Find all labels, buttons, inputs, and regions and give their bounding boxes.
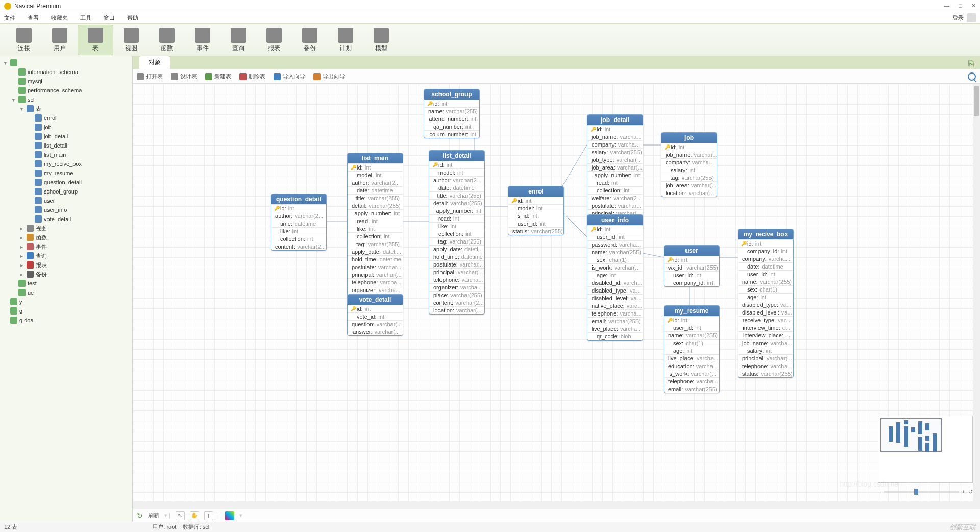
field-row[interactable]: 🔑id:int [664,316,719,324]
subtool-新建表[interactable]: 新建表 [205,72,231,80]
toolbar-计划[interactable]: 计划 [328,25,363,55]
tree-item-mysql[interactable]: mysql [0,77,132,86]
field-row[interactable]: hold_time:datetime [348,255,403,263]
toolbar-报表[interactable]: 报表 [256,25,292,55]
avatar-icon[interactable] [967,13,976,22]
horizontal-scrollbar[interactable] [133,501,973,509]
field-row[interactable]: company:varcha... [738,255,793,262]
tree-item-查询[interactable]: ▸查询 [0,251,132,260]
field-row[interactable]: age:int [738,293,793,301]
tree-item-information_schema[interactable]: information_schema [0,67,132,77]
entity-header[interactable]: school_group [424,89,479,100]
field-row[interactable]: status:varchar(255) [738,370,793,377]
menu-1[interactable]: 查看 [28,14,39,22]
tree-item-g   doa[interactable]: g doa [0,316,132,325]
field-row[interactable]: collection:int [429,230,484,237]
field-row[interactable]: qa_number:int [424,123,479,130]
entity-header[interactable]: vote_detail [348,295,403,305]
field-row[interactable]: job_area:varchar(... [587,163,643,171]
zoom-out-button[interactable]: − [878,489,881,495]
search-icon[interactable] [968,72,976,81]
field-row[interactable]: hold_time:datetime [429,253,484,260]
entity-enrol[interactable]: enrol🔑id:intmodel:ints_id:intuser_id:int… [508,186,564,235]
field-row[interactable]: 🔑id:int [429,161,484,168]
field-row[interactable]: principal:varchar(... [738,354,793,362]
entity-header[interactable]: user_info [587,215,643,225]
field-row[interactable]: is_work:varchar(... [664,370,719,377]
field-row[interactable]: apply_date:dateti... [429,245,484,253]
field-row[interactable]: tag:varchar(255) [662,174,717,181]
entity-list_detail[interactable]: list_detail🔑id:intmodel:intauthor:varcha… [429,150,485,315]
field-row[interactable]: content:varchar(2... [429,299,484,306]
entity-header[interactable]: my_resume [664,306,719,316]
zoom-in-button[interactable]: + [962,489,965,495]
field-row[interactable]: disabled_type:va... [738,301,793,308]
field-row[interactable]: postulate:varchar... [587,202,643,209]
field-row[interactable]: is_work:varchar(... [587,263,643,271]
field-row[interactable]: attend_number:int [424,115,479,123]
vertical-scrollbar[interactable] [973,84,980,509]
tree-item-函数[interactable]: ▸函数 [0,233,132,242]
menu-3[interactable]: 工具 [80,14,91,22]
menu-5[interactable]: 帮助 [127,14,138,22]
field-row[interactable]: title:varchar(255) [429,191,484,199]
field-row[interactable]: user_id:int [738,270,793,278]
color-picker-icon[interactable] [225,511,234,520]
field-row[interactable]: apply_number:int [587,171,643,179]
entity-my_resume[interactable]: my_resume🔑id:intuser_id:intname:varchar(… [664,305,720,393]
field-row[interactable]: name:varchar(255) [738,278,793,285]
field-row[interactable]: email:varchar(255) [664,385,719,393]
field-row[interactable]: telephone:varcha... [348,278,403,286]
tree-item-备份[interactable]: ▸备份 [0,270,132,279]
minimize-button[interactable]: — [944,3,949,9]
field-row[interactable]: postulate:varchar... [348,263,403,271]
field-row[interactable]: company:varcha... [587,140,643,148]
field-row[interactable]: receive_type:var... [738,316,793,324]
subtool-打开表[interactable]: 打开表 [137,72,163,80]
zoom-reset-button[interactable]: ↺ [968,489,973,495]
entity-header[interactable]: question_detail [271,194,326,204]
field-row[interactable]: user_id:int [664,271,719,279]
field-row[interactable]: 🔑id:int [664,256,719,263]
toolbar-表[interactable]: 表 [78,25,113,55]
entity-header[interactable]: list_main [348,153,403,163]
field-row[interactable]: like:int [271,227,326,235]
field-row[interactable]: salary:int [738,347,793,354]
field-row[interactable]: job_area:varchar(... [662,181,717,189]
field-row[interactable]: apply_date:dateti... [348,248,403,255]
tool-text-icon[interactable]: T [204,511,213,520]
field-row[interactable]: live_place:varcha... [664,354,719,362]
field-row[interactable]: s_id:int [508,212,564,220]
entity-header[interactable]: job [662,133,717,143]
field-row[interactable]: wx_id:varchar(255) [664,263,719,271]
field-row[interactable]: author:varchar(2... [271,212,326,220]
field-row[interactable]: job_name:varcha... [587,133,643,140]
tree-item-list_main[interactable]: list_main [0,150,132,159]
field-row[interactable]: telephone:varcha... [587,309,643,317]
tool-hand-icon[interactable]: ✋ [190,511,199,520]
tree-item-表[interactable]: ▾表 [0,104,132,113]
expand-icon[interactable]: ▾ [10,97,16,103]
field-row[interactable]: model:int [429,168,484,176]
field-row[interactable]: model:int [508,204,564,212]
entity-job[interactable]: job🔑id:intjob_name:varchar...company:var… [661,132,717,197]
field-row[interactable]: answer:varchar(... [348,328,403,335]
field-row[interactable]: name:varchar(255) [664,331,719,339]
field-row[interactable]: apply_number:int [429,207,484,214]
toolbar-函数[interactable]: 函数 [149,25,185,55]
tool-cursor-icon[interactable]: ↖ [176,511,185,520]
field-row[interactable]: salary:varchar(255) [587,148,643,156]
refresh-icon[interactable]: ↻ [137,512,143,520]
tree-item-vote_detail[interactable]: vote_detail [0,214,132,224]
field-row[interactable]: like:int [348,225,403,232]
tree-item-y[interactable]: y [0,297,132,306]
menu-0[interactable]: 文件 [4,14,15,22]
field-row[interactable]: 🔑id:int [348,163,403,171]
field-row[interactable]: vote_id:int [348,312,403,320]
field-row[interactable]: content:varchar(2... [271,243,326,250]
tree-item-事件[interactable]: ▸事件 [0,242,132,251]
field-row[interactable]: detail:varchar(255) [429,199,484,207]
subtool-导入向导[interactable]: 导入向导 [274,72,305,80]
field-row[interactable]: place:varchar(255) [429,291,484,299]
toolbar-连接[interactable]: 连接 [6,25,42,55]
